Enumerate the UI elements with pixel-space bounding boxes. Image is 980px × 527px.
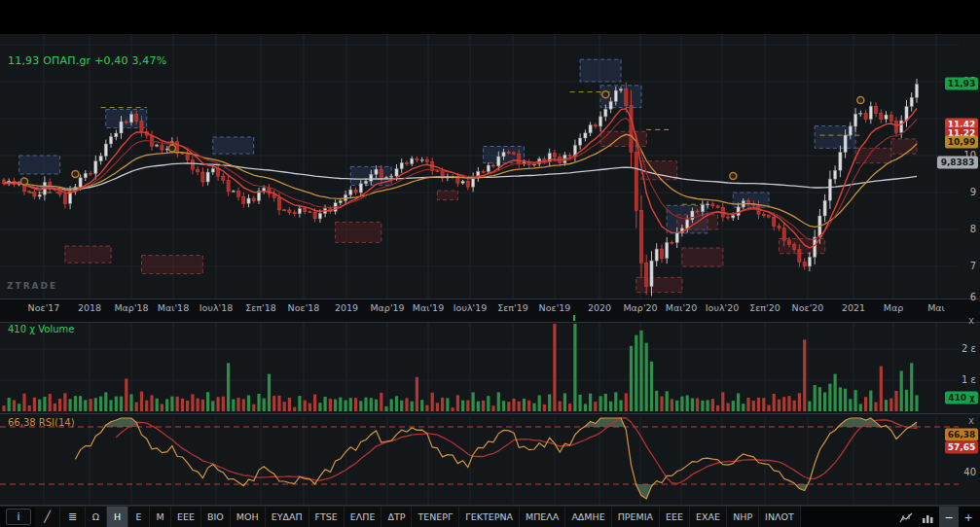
date-tick-label: Νοε'19: [539, 303, 571, 313]
ticker-ΕΧΑΕ-button-13[interactable]: ΕΧΑΕ: [690, 507, 727, 527]
rsi-panel-close-icon[interactable]: x: [968, 416, 974, 426]
ticker-ΕΕΕ-button-12[interactable]: ΕΕΕ: [660, 507, 690, 527]
rsi-axis-label: 40: [943, 468, 976, 477]
ticker-ΕΕΕ-button-0[interactable]: ΕΕΕ: [171, 507, 201, 527]
ticker-ΜΟΗ-button-2[interactable]: ΜΟΗ: [231, 507, 266, 527]
info-button[interactable]: i: [6, 509, 31, 525]
date-tick-label: Μαρ'20: [623, 303, 657, 313]
ticker-ΕΛΠΕ-button-5[interactable]: ΕΛΠΕ: [345, 507, 382, 527]
date-tick-label: 2018: [78, 303, 101, 313]
histogram-button[interactable]: [918, 507, 939, 527]
date-tick-label: Μαι: [927, 303, 945, 313]
ticker-ΤΕΝΕΡΓ-button-7[interactable]: ΤΕΝΕΡΓ: [412, 507, 459, 527]
price-badge: 10,99: [945, 136, 978, 149]
ticker-ΠΡΕΜΙΑ-button-11[interactable]: ΠΡΕΜΙΑ: [612, 507, 660, 527]
date-tick-label: Ιουλ'18: [200, 303, 233, 313]
price-badge: 11,93: [945, 78, 978, 90]
zoom-in-button[interactable]: +: [959, 507, 978, 527]
timeframe-Ε-button[interactable]: Ε: [128, 507, 150, 527]
draw-button[interactable]: ╱: [35, 507, 60, 527]
date-tick-label: Μαρ: [884, 303, 904, 313]
date-tick-label: 2019: [335, 303, 358, 313]
rsi-badge: 66,38: [945, 429, 978, 441]
date-tick-label: Σεπ'18: [245, 303, 276, 313]
date-tick-label: Ιουλ'20: [706, 303, 739, 313]
date-tick-label: Μαι'19: [413, 303, 444, 313]
symbol-quote-line: 11,93 ΟΠΑΠ.gr +0,40 3,47%: [8, 54, 166, 67]
ticker-ΜΠΕΛΑ-button-9[interactable]: ΜΠΕΛΑ: [520, 507, 565, 527]
date-tick-label: Νοε'17: [28, 303, 60, 313]
volume-panel-label: 410 χ Volume: [8, 324, 74, 334]
date-tick-label: Μαρ'19: [370, 303, 404, 313]
line-chart-icon: [899, 511, 914, 524]
toolbar-left-group: i╱≣ΩΗΕΜΕΕΕΒΙΟΜΟΗΕΥΔΑΠFTSEΕΛΠΕΔΤΡΤΕΝΕΡΓΓΕ…: [0, 507, 801, 527]
trading-app-window: 11,93 ΟΠΑΠ.gr +0,40 3,47% ZTRADE 410 χ V…: [0, 0, 980, 527]
date-tick-label: Σεπ'19: [497, 303, 528, 313]
ticker-FTSE-button-4[interactable]: FTSE: [309, 507, 345, 527]
date-tick-label: Νοε'18: [288, 303, 320, 313]
date-tick-label: 2021: [842, 303, 865, 313]
ticker-ΕΥΔΑΠ-button-3[interactable]: ΕΥΔΑΠ: [266, 507, 309, 527]
ticker-ΝΗΡ-button-14[interactable]: ΝΗΡ: [727, 507, 759, 527]
date-tick-label: 2020: [588, 303, 611, 313]
price-tick-label: 8: [943, 225, 976, 234]
draw-icon: ╱: [44, 510, 51, 523]
price-tick-label: 9: [943, 188, 976, 197]
dividend-event-marker: [573, 315, 575, 321]
histogram-icon: [922, 511, 935, 524]
timeframe-Ω-button[interactable]: Ω: [86, 507, 107, 527]
date-tick-label: Νοε'20: [792, 303, 824, 313]
ticker-ΙΝΛΟΤ-button-15[interactable]: ΙΝΛΟΤ: [759, 507, 801, 527]
ztrade-watermark: ZTRADE: [7, 281, 57, 291]
ticker-ΓΕΚΤΕΡΝΑ-button-8[interactable]: ΓΕΚΤΕΡΝΑ: [459, 507, 520, 527]
info-icon: i: [17, 510, 19, 523]
price-tick-label: 6: [943, 293, 976, 302]
price-tick-label: 7: [943, 262, 976, 271]
price-badge: 9,8383: [937, 157, 978, 169]
volume-panel-close-icon[interactable]: x: [968, 316, 974, 326]
volume-badge: 410 χ: [945, 392, 978, 404]
ticker-ΒΙΟ-button-1[interactable]: ΒΙΟ: [201, 507, 231, 527]
date-tick-label: Μαι'18: [158, 303, 189, 313]
ticker-ΔΤΡ-button-6[interactable]: ΔΤΡ: [381, 507, 412, 527]
watchlist-icon: ≣: [68, 510, 77, 523]
volume-axis-label: 2 ε: [943, 344, 976, 354]
rsi-panel-label: 66,38 RSI(14): [8, 417, 75, 428]
ticker-ΑΔΜΗΕ-button-10[interactable]: ΑΔΜΗΕ: [565, 507, 611, 527]
watchlist-button[interactable]: ≣: [60, 507, 86, 527]
date-tick-label: Μαι'20: [666, 303, 697, 313]
chart-canvas[interactable]: [0, 0, 980, 527]
zoom-out-button[interactable]: −: [939, 507, 959, 527]
timeframe-Η-button[interactable]: Η: [107, 507, 128, 527]
date-tick-label: Ιουλ'19: [454, 303, 487, 313]
rsi-badge: 57,65: [945, 441, 978, 454]
toolbar-zoom-group: −+: [895, 507, 978, 527]
date-tick-label: Σεπ'20: [749, 303, 780, 313]
bottom-toolbar: i╱≣ΩΗΕΜΕΕΕΒΙΟΜΟΗΕΥΔΑΠFTSEΕΛΠΕΔΤΡΤΕΝΕΡΓΓΕ…: [0, 506, 980, 527]
volume-axis-label: 1 ε: [943, 375, 976, 385]
line-chart-button[interactable]: [895, 507, 918, 527]
date-tick-label: Μαρ'18: [114, 303, 148, 313]
timeframe-Μ-button[interactable]: Μ: [150, 507, 171, 527]
